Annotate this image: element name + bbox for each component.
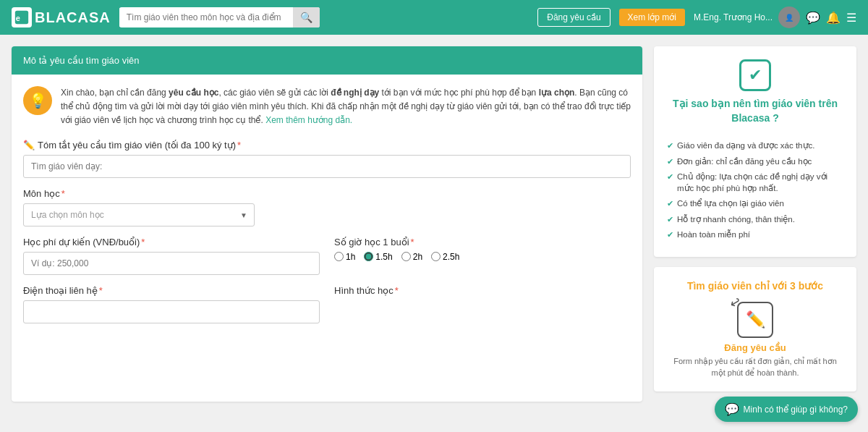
chat-icon: 💬 (725, 402, 739, 413)
check-icon: ✔ (739, 59, 771, 91)
benefit-list: Giáo viên đa dạng và được xác thực. Đơn … (667, 140, 843, 240)
panel-header: Mô tả yêu cầu tìm giáo viên (12, 46, 642, 75)
logo-text: BLACASA (35, 9, 111, 26)
search-bar: 🔍 (119, 7, 320, 27)
mon-hoc-section: Môn học* Lựa chọn môn học Toán Văn Tiếng… (23, 188, 631, 226)
steps-card: Tìm giáo viên chỉ với 3 bước ↩ ✏️ Đăng y… (654, 267, 856, 391)
info-bold-3: lựa chọn (539, 88, 575, 98)
info-link[interactable]: Xem thêm hướng dẫn. (265, 115, 352, 125)
benefit-item: Có thể lựa chọn lại giáo viên (667, 198, 843, 209)
so-gio-label: Số giờ học 1 buổi* (334, 237, 631, 247)
benefits-card: ✔ Tại sao bạn nên tìm giáo viên trên Bla… (654, 46, 856, 257)
right-panel: ✔ Tại sao bạn nên tìm giáo viên trên Bla… (654, 46, 856, 402)
dien-thoai-col: Điện thoại liên hệ* (23, 285, 320, 334)
summary-required: * (237, 140, 241, 151)
hoc-phi-input[interactable] (23, 252, 320, 275)
info-text-3: tới bạn với mức học phí phù hợp để bạn (379, 88, 538, 98)
panel-body: 💡 Xin chào, bạn chỉ cần đăng yêu cầu học… (12, 75, 642, 345)
dang-yeu-cau-button[interactable]: Đăng yêu cầu (537, 8, 610, 27)
dien-thoai-section: Điện thoại liên hệ* (23, 285, 320, 323)
radio-2-5h[interactable]: 2.5h (431, 252, 459, 262)
hinh-thuc-label: Hình thức học* (334, 285, 631, 296)
radio-1-5h[interactable]: 1.5h (364, 252, 392, 262)
hoc-phi-so-gio-row: Học phí dự kiến (VNĐ/buổi)* Số giờ học 1… (23, 237, 631, 285)
chat-label: Minh có thể giúp gì không? (744, 405, 848, 414)
info-text-1: Xin chào, bạn chỉ cần đăng (61, 88, 169, 98)
step-1: ↩ ✏️ Đăng yêu cầu Form nhập yêu cầu rất … (667, 302, 843, 378)
info-box: 💡 Xin chào, bạn chỉ cần đăng yêu cầu học… (23, 86, 631, 128)
chat-bubble[interactable]: 💬 Minh có thể giúp gì không? (715, 397, 858, 413)
info-bold-2: đề nghị dạy (331, 88, 379, 98)
info-icon: 💡 (23, 86, 52, 115)
benefit-item: Giáo viên đa dạng và được xác thực. (667, 140, 843, 151)
logo[interactable]: e BLACASA (12, 7, 111, 27)
dien-thoai-label: Điện thoại liên hệ* (23, 285, 320, 296)
header: e BLACASA 🔍 Đăng yêu cầu Xem lớp mới M.E… (0, 0, 868, 35)
mon-hoc-required: * (61, 188, 65, 199)
dien-thoai-input[interactable] (23, 300, 320, 323)
info-text-2: , các giáo viên sẽ gửi các lời (218, 88, 331, 98)
notification-icon[interactable]: 🔔 (826, 11, 841, 25)
dien-thoai-hinh-thuc-row: Điện thoại liên hệ* Hình thức học* (23, 285, 631, 334)
mon-hoc-label: Môn học* (23, 188, 631, 199)
panel-title: Mô tả yêu cầu tìm giáo viên (23, 55, 140, 66)
mon-hoc-select-wrapper: Lựa chọn môn học Toán Văn Tiếng Anh ▼ (23, 203, 255, 226)
benefit-item: Hỗ trợ nhanh chóng, thân thiện. (667, 213, 843, 225)
hoc-phi-section: Học phí dự kiến (VNĐ/buổi)* (23, 237, 320, 275)
benefit-item: Hoàn toàn miễn phí (667, 229, 843, 240)
summary-label: ✏️Tóm tắt yêu cầu tìm giáo viên (tối đa … (23, 140, 631, 151)
step-title: Đăng yêu cầu (724, 342, 786, 353)
message-icon[interactable]: 💬 (806, 11, 820, 25)
xem-lop-moi-button[interactable]: Xem lớp mới (619, 9, 685, 26)
summary-section: ✏️Tóm tắt yêu cầu tìm giáo viên (tối đa … (23, 140, 631, 178)
hoc-phi-label: Học phí dự kiến (VNĐ/buổi)* (23, 237, 320, 247)
so-gio-col: Số giờ học 1 buổi* 1h 1.5h 2h (334, 237, 631, 285)
user-area: M.Eng. Trương Ho... 👤 💬 🔔 ☰ (694, 7, 856, 28)
benefit-item: Chủ động: lựa chọn các đề nghị dạy với m… (667, 171, 843, 194)
logo-icon: e (12, 7, 32, 27)
benefits-card-top: ✔ Tại sao bạn nên tìm giáo viên trên Bla… (667, 59, 843, 132)
info-text: Xin chào, bạn chỉ cần đăng yêu cầu học, … (61, 86, 631, 128)
edit-icon: ✏️ (23, 140, 35, 151)
benefits-title: Tại sao bạn nên tìm giáo viên trên Blaca… (667, 97, 843, 125)
main-layout: Mô tả yêu cầu tìm giáo viên 💡 Xin chào, … (0, 35, 868, 413)
menu-icon[interactable]: ☰ (846, 11, 856, 25)
user-name[interactable]: M.Eng. Trương Ho... (694, 12, 773, 22)
left-panel: Mô tả yêu cầu tìm giáo viên 💡 Xin chào, … (12, 46, 642, 402)
search-input[interactable] (119, 8, 293, 27)
hinh-thuc-section: Hình thức học* (334, 285, 631, 296)
search-icon: 🔍 (300, 12, 312, 23)
mon-hoc-select[interactable]: Lựa chọn môn học Toán Văn Tiếng Anh (23, 203, 255, 226)
hinh-thuc-col: Hình thức học* (334, 285, 631, 334)
step-desc: Form nhập yêu cầu rất đơn giản, chỉ mất … (667, 356, 843, 378)
radio-2h[interactable]: 2h (401, 252, 422, 262)
so-gio-radio-group: 1h 1.5h 2h 2.5h (334, 252, 631, 262)
steps-heading: Tìm giáo viên chỉ với 3 bước (667, 280, 843, 292)
radio-1h[interactable]: 1h (334, 252, 355, 262)
hoc-phi-col: Học phí dự kiến (VNĐ/buổi)* (23, 237, 320, 285)
so-gio-section: Số giờ học 1 buổi* 1h 1.5h 2h (334, 237, 631, 262)
search-button[interactable]: 🔍 (293, 7, 320, 27)
svg-text:e: e (16, 14, 21, 22)
avatar[interactable]: 👤 (778, 7, 800, 28)
summary-input[interactable] (23, 155, 631, 178)
step-icon-area: ↩ ✏️ (737, 302, 773, 338)
info-bold-1: yêu cầu học (169, 88, 218, 98)
benefit-item: Đơn giản: chỉ cần đăng yêu cầu học (667, 156, 843, 167)
